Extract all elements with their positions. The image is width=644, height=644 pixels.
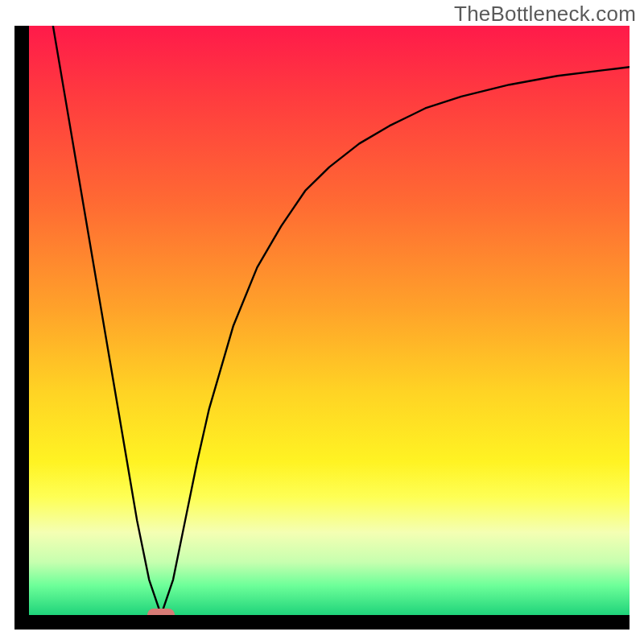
chart-frame: TheBottleneck.com: [0, 0, 644, 644]
plot-area: [29, 26, 630, 615]
optimum-marker: [147, 609, 175, 615]
plot-border: [14, 26, 630, 630]
watermark-text: TheBottleneck.com: [454, 2, 636, 27]
bottleneck-curve: [29, 26, 630, 615]
